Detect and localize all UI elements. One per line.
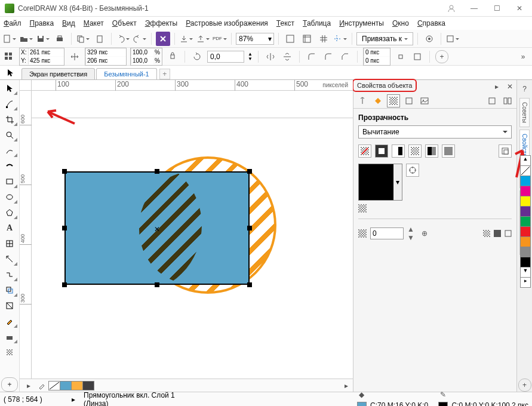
menu-view[interactable]: Вид xyxy=(62,19,75,27)
menu-edit[interactable]: Правка xyxy=(30,19,54,27)
color-swatch[interactable] xyxy=(520,226,531,237)
corner-round-button[interactable] xyxy=(305,50,318,63)
save-button[interactable] xyxy=(36,32,50,46)
position-input[interactable]: X: Y: xyxy=(19,48,64,66)
handle-w[interactable] xyxy=(62,226,67,230)
color-swatch[interactable] xyxy=(520,186,531,196)
undo-button[interactable] xyxy=(116,32,130,46)
scale-input[interactable]: % % xyxy=(130,48,162,66)
corner-scallop-button[interactable] xyxy=(322,50,335,63)
relative-corner-button[interactable] xyxy=(411,50,424,63)
outline-tab[interactable] xyxy=(356,94,369,107)
connector-tool[interactable] xyxy=(1,267,18,282)
show-grid-button[interactable] xyxy=(316,32,331,46)
handle-se[interactable] xyxy=(247,282,252,287)
new-tab-button[interactable]: + xyxy=(159,69,170,79)
apply-all-button[interactable] xyxy=(483,230,490,237)
scalex-input[interactable] xyxy=(131,48,153,56)
bitmap-tab[interactable] xyxy=(418,94,431,107)
transparency-tool[interactable] xyxy=(1,299,18,313)
height-input[interactable] xyxy=(85,57,126,64)
palette-down-button[interactable]: ▼ xyxy=(520,267,531,278)
menu-tools[interactable]: Инструменты xyxy=(339,19,384,27)
sidetab-hints[interactable]: Советы xyxy=(519,98,530,127)
menu-effects[interactable]: Эффекты xyxy=(145,19,178,27)
import-button[interactable] xyxy=(179,32,193,46)
menu-window[interactable]: Окно xyxy=(392,19,409,27)
transparency-tab[interactable] xyxy=(387,94,400,107)
table-tool[interactable] xyxy=(1,236,18,251)
handle-n[interactable] xyxy=(155,169,159,174)
width-input[interactable] xyxy=(85,48,126,56)
center-marker[interactable]: ✕ xyxy=(154,225,160,231)
doc-color-swatch[interactable] xyxy=(82,381,94,390)
handle-sw[interactable] xyxy=(62,282,67,287)
menu-text[interactable]: Текст xyxy=(276,19,294,27)
two-color-transparency-button[interactable] xyxy=(425,144,438,158)
crop-tool[interactable] xyxy=(1,112,18,127)
shape-tool[interactable] xyxy=(1,97,18,111)
tab-welcome[interactable]: Экран приветствия xyxy=(21,68,95,79)
apply-target-button[interactable]: ⊕ xyxy=(418,227,431,240)
texture-transparency-button[interactable] xyxy=(442,144,455,158)
zoom-input[interactable] xyxy=(236,33,266,44)
mirror-h-button[interactable] xyxy=(264,50,277,63)
corner-radius-input[interactable] xyxy=(363,48,390,66)
copy-button[interactable] xyxy=(76,32,90,46)
color-swatch[interactable] xyxy=(520,236,531,247)
ruler-vertical[interactable]: 600 500 400 300 xyxy=(20,91,32,380)
maximize-button[interactable]: ☐ xyxy=(489,2,505,14)
menu-file[interactable]: Файл xyxy=(4,19,21,27)
options-button[interactable] xyxy=(422,32,436,46)
eyedropper-tool[interactable] xyxy=(1,314,18,328)
size-input[interactable] xyxy=(85,48,127,66)
doc-color-swatch[interactable] xyxy=(60,381,72,390)
view-mode2-button[interactable] xyxy=(501,94,514,107)
color-swatch[interactable] xyxy=(520,257,531,267)
fountain-transparency-button[interactable] xyxy=(392,144,405,158)
apply-fill-button[interactable] xyxy=(494,230,501,237)
docker-collapse-button[interactable]: ▸ xyxy=(490,80,503,93)
color-swatch[interactable] xyxy=(520,206,531,217)
launch-button[interactable] xyxy=(445,32,460,46)
frame-tab[interactable] xyxy=(402,94,416,107)
no-color-swatch[interactable] xyxy=(520,165,531,176)
ruler-origin[interactable] xyxy=(20,80,32,91)
smart-fill-tool[interactable] xyxy=(1,345,18,359)
palette-menu-button[interactable]: ▸ xyxy=(22,379,35,392)
y-input[interactable] xyxy=(28,57,64,64)
text-tool[interactable]: A xyxy=(1,221,18,235)
publish-pdf-button[interactable]: PDF xyxy=(213,32,227,46)
color-swatch[interactable] xyxy=(520,176,531,186)
apply-outline-button[interactable] xyxy=(505,230,512,237)
help-icon[interactable]: ? xyxy=(518,82,531,96)
rectangle-tool[interactable] xyxy=(1,174,18,189)
color-swatch[interactable] xyxy=(520,196,531,207)
color-eyedropper-button[interactable] xyxy=(406,164,419,177)
pick-tool[interactable] xyxy=(1,81,18,96)
pattern-transparency-button[interactable] xyxy=(408,144,422,158)
palette-flyout-button[interactable]: ▸ xyxy=(520,277,531,288)
lock-ratio-button[interactable] xyxy=(166,50,179,63)
color-swatch[interactable] xyxy=(520,247,531,257)
menu-bitmaps[interactable]: Растровые изображения xyxy=(186,19,268,27)
uniform-transparency-button[interactable] xyxy=(375,144,388,158)
handle-nw[interactable] xyxy=(62,169,67,174)
polygon-tool[interactable] xyxy=(1,205,18,220)
minimize-button[interactable]: — xyxy=(466,2,482,14)
x-input[interactable] xyxy=(28,48,64,56)
palette-right-button[interactable]: ▸ xyxy=(340,379,353,392)
quick-customize-button[interactable]: + xyxy=(1,377,18,392)
transparency-color-swatch[interactable]: ▾ xyxy=(358,164,402,201)
print-button[interactable] xyxy=(53,32,67,46)
artistic-media-tool[interactable] xyxy=(1,159,18,173)
overflow-button[interactable]: » xyxy=(516,50,530,63)
close-button[interactable]: ✕ xyxy=(512,2,527,14)
outline-indicator[interactable]: ✎ C:0 M:0 Y:0 K:100 2 пкс xyxy=(436,388,528,406)
fill-tab[interactable] xyxy=(371,94,385,107)
zoom-tool[interactable] xyxy=(1,128,18,142)
color-swatch[interactable] xyxy=(520,216,531,227)
menu-help[interactable]: Справка xyxy=(417,19,445,27)
angle-input[interactable] xyxy=(207,51,244,63)
handle-s[interactable] xyxy=(155,282,159,287)
